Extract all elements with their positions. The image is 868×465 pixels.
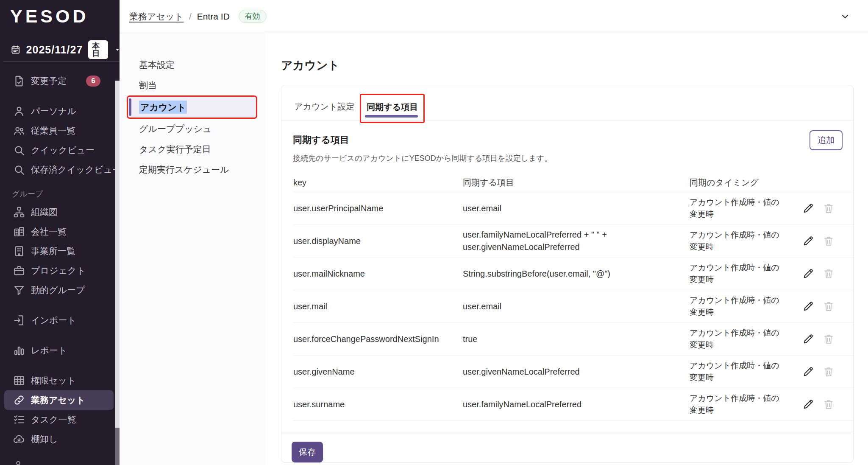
sidebar-item-label: 会社一覧: [31, 226, 67, 238]
tab-account-settings[interactable]: アカウント設定: [293, 101, 356, 120]
row-actions: [791, 300, 853, 312]
sidebar-item[interactable]: 業務アセット: [4, 390, 114, 410]
search-icon: [13, 163, 25, 176]
sidebar-item[interactable]: 変更予定 6: [0, 71, 120, 91]
sidebar-nav-group: 組織図 会社一覧 事業所一覧 プロジェクト 動的グループ: [0, 202, 120, 300]
grid-icon: [13, 374, 25, 387]
sidebar-item[interactable]: パーソナル: [0, 101, 120, 121]
table-row: user.forceChangePasswordNextSignIn true …: [293, 323, 853, 356]
column-header-sync-field: 同期する項目: [463, 176, 690, 189]
delete-row-button[interactable]: [823, 333, 835, 345]
logo-dot: [19, 14, 23, 19]
pencil-icon: [802, 202, 814, 214]
sidebar-item[interactable]: 事業所一覧: [0, 241, 120, 261]
delete-row-button[interactable]: [823, 398, 835, 410]
subnav-item-label: アカウント: [139, 101, 187, 114]
import-icon: [13, 314, 25, 327]
section-description: 接続先のサービスのアカウントにYESODから同期する項目を設定します。: [293, 153, 842, 163]
section-title: 同期する項目: [293, 134, 842, 146]
sidebar-item[interactable]: プロジェクト: [0, 261, 120, 280]
subnav-item[interactable]: 割当: [120, 75, 266, 95]
current-date: 2025/11/27: [26, 44, 83, 56]
cell-sync-field: user.familyNameLocalPreferred: [463, 398, 690, 411]
edit-row-button[interactable]: [802, 398, 814, 410]
person-icon: [13, 459, 24, 465]
sidebar-item-label: タスク一覧: [31, 414, 76, 426]
cell-key: user.surname: [293, 398, 463, 411]
delete-row-button[interactable]: [823, 235, 835, 247]
subnav-item-label: タスク実行予定日: [139, 143, 211, 155]
org-chart-icon: [13, 206, 25, 218]
app-logo-text: YESOD: [10, 7, 89, 25]
row-actions: [791, 235, 853, 247]
breadcrumb-parent-link[interactable]: 業務アセット: [129, 11, 184, 22]
tab-sync-fields[interactable]: 同期する項目: [360, 94, 425, 123]
edit-row-button[interactable]: [802, 202, 814, 214]
chevron-down-icon[interactable]: [840, 11, 850, 22]
edit-row-button[interactable]: [802, 268, 814, 280]
delete-row-button[interactable]: [823, 202, 835, 214]
sidebar-item[interactable]: 会社一覧: [0, 222, 120, 241]
edit-row-button[interactable]: [802, 300, 814, 312]
sidebar-item[interactable]: 組織図: [0, 202, 120, 222]
sidebar-item[interactable]: タスク一覧: [0, 410, 120, 429]
subnav-item[interactable]: アカウント: [127, 95, 257, 119]
subnav-item[interactable]: グループプッシュ: [120, 119, 266, 139]
subnav-item[interactable]: 基本設定: [120, 55, 266, 75]
funnel-icon: [13, 284, 25, 297]
save-button[interactable]: 保存: [292, 442, 323, 462]
edit-row-button[interactable]: [802, 333, 814, 345]
trash-icon: [823, 235, 835, 247]
cell-sync-field: user.email: [463, 300, 690, 313]
date-selector[interactable]: 2025/11/27 本日: [11, 40, 120, 59]
pencil-icon: [802, 235, 814, 247]
sidebar-nav: 変更予定 6 パーソナル 従業員一覧 クイックビュー 保存済クイックビュー: [0, 71, 120, 449]
link-icon: [13, 394, 25, 406]
sidebar-item-label: 業務アセット: [31, 394, 85, 406]
sidebar-item[interactable]: 従業員一覧: [0, 121, 120, 140]
sync-fields-table: key 同期する項目 同期のタイミング user.userPrincipalNa…: [293, 174, 853, 421]
cell-key: user.mail: [293, 300, 463, 313]
add-button[interactable]: 追加: [810, 130, 843, 150]
sidebar-scrollbar-track: [115, 81, 120, 465]
sidebar-item[interactable]: レポート: [0, 341, 120, 360]
delete-row-button[interactable]: [823, 300, 835, 312]
cell-key: user.givenName: [293, 366, 463, 378]
sidebar-item-label: プロジェクト: [31, 265, 86, 277]
app-logo[interactable]: YESOD: [10, 6, 89, 26]
sidebar-item-label: 事業所一覧: [31, 245, 75, 257]
sidebar-section-label: グループ: [0, 185, 120, 202]
subnav-item-label: グループプッシュ: [139, 123, 211, 134]
subnav-item[interactable]: タスク実行予定日: [120, 139, 266, 160]
row-actions: [791, 366, 853, 378]
settings-subnav: 基本設定 割当 アカウント グループプッシュ タスク実行予定日 定期実行スケジュ…: [120, 33, 266, 465]
delete-row-button[interactable]: [823, 268, 835, 280]
pencil-icon: [802, 268, 814, 280]
sidebar-item[interactable]: 棚卸し: [0, 429, 120, 449]
cell-sync-field: String.substringBefore(user.email, "@"): [463, 268, 690, 280]
sidebar-item[interactable]: 保存済クイックビュー: [0, 160, 120, 179]
sidebar-item-label: クイックビュー: [31, 144, 95, 156]
sidebar-item[interactable]: インポート: [0, 311, 120, 330]
person-icon: [13, 105, 25, 118]
sidebar-item-label: レポート: [31, 345, 67, 356]
subnav-item-label: 割当: [139, 79, 157, 91]
cell-sync-field: user.email: [463, 202, 690, 215]
cell-sync-field: user.familyNameLocalPreferred + " " + us…: [463, 229, 690, 253]
delete-row-button[interactable]: [823, 366, 835, 378]
building-icon: [13, 245, 25, 258]
sidebar-item[interactable]: 動的グループ: [0, 280, 120, 300]
edit-row-button[interactable]: [802, 366, 814, 378]
sidebar-scrollbar-thumb[interactable]: [115, 428, 120, 465]
sidebar-nav-bottom: インポート レポート 権限セット 業務アセット タスク一覧: [0, 311, 120, 449]
top-header: 業務アセット / Entra ID 有効: [120, 0, 868, 33]
sidebar-item[interactable]: クイックビュー: [0, 140, 120, 160]
edit-row-button[interactable]: [802, 235, 814, 247]
calendar-icon: [11, 43, 21, 56]
active-indicator-bar: [129, 98, 131, 116]
cloud-download-icon: [13, 433, 25, 445]
subnav-item[interactable]: 定期実行スケジュール: [120, 160, 266, 180]
sidebar-item[interactable]: 権限セット: [0, 371, 120, 390]
sidebar-item-label: 組織図: [31, 206, 58, 218]
sidebar-item-label: パーソナル: [31, 105, 76, 117]
